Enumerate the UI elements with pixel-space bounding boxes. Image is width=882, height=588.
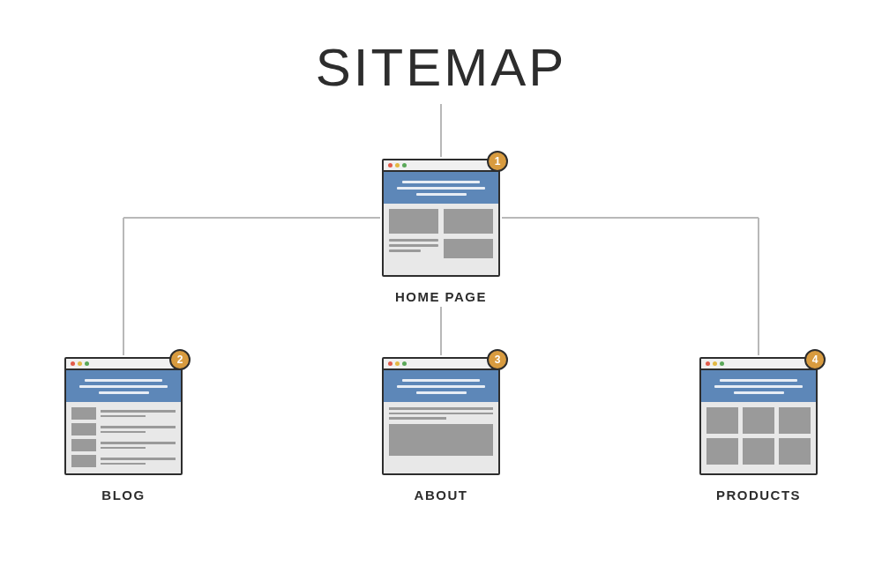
browser-mock-about: 3 bbox=[382, 357, 500, 475]
badge-products: 4 bbox=[804, 349, 826, 370]
diagram-title: SITEMAP bbox=[316, 37, 566, 98]
hero-section bbox=[384, 172, 498, 204]
close-icon bbox=[706, 361, 710, 366]
close-icon bbox=[388, 163, 392, 167]
badge-about: 3 bbox=[487, 349, 508, 370]
maximize-icon bbox=[720, 361, 724, 366]
close-icon bbox=[388, 361, 392, 366]
hero-section bbox=[66, 370, 181, 402]
node-home: 1 HOME PAGE bbox=[382, 159, 500, 304]
maximize-icon bbox=[402, 163, 407, 167]
minimize-icon bbox=[713, 361, 717, 366]
node-label-about: ABOUT bbox=[415, 488, 468, 502]
badge-blog: 2 bbox=[169, 349, 191, 370]
node-blog: 2 BLOG bbox=[64, 357, 183, 502]
browser-mock-products: 4 bbox=[699, 357, 818, 475]
node-label-home: HOME PAGE bbox=[395, 289, 487, 304]
minimize-icon bbox=[395, 163, 400, 167]
content-area bbox=[384, 204, 498, 264]
minimize-icon bbox=[395, 361, 400, 366]
window-titlebar bbox=[384, 359, 498, 370]
maximize-icon bbox=[402, 361, 407, 366]
node-label-products: PRODUCTS bbox=[716, 488, 801, 502]
content-area bbox=[384, 402, 498, 461]
hero-section bbox=[701, 370, 816, 402]
badge-home: 1 bbox=[487, 151, 508, 172]
node-about: 3 ABOUT bbox=[382, 357, 500, 502]
window-titlebar bbox=[66, 359, 181, 370]
content-area bbox=[701, 402, 816, 470]
close-icon bbox=[71, 361, 75, 366]
maximize-icon bbox=[85, 361, 89, 366]
content-area bbox=[66, 402, 181, 473]
window-titlebar bbox=[384, 160, 498, 172]
node-label-blog: BLOG bbox=[101, 488, 145, 502]
node-products: 4 PRODUCTS bbox=[699, 357, 818, 502]
minimize-icon bbox=[78, 361, 82, 366]
browser-mock-blog: 2 bbox=[64, 357, 183, 475]
hero-section bbox=[384, 370, 498, 402]
browser-mock-home: 1 bbox=[382, 159, 500, 277]
window-titlebar bbox=[701, 359, 816, 370]
